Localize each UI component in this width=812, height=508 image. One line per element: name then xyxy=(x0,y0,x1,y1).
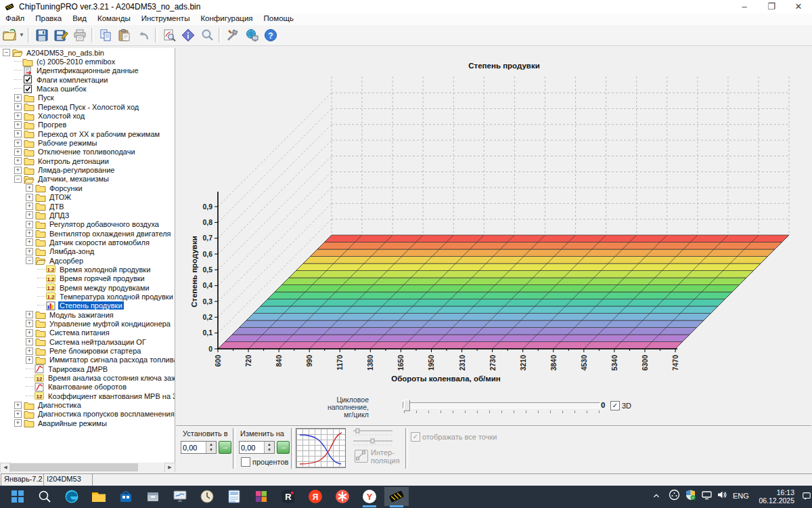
tree-item[interactable]: 1.2Время горячей продувки xyxy=(0,274,175,283)
tree-item[interactable]: Тарировка ДМРВ xyxy=(0,364,175,373)
network-button[interactable] xyxy=(243,26,261,44)
menu-item-1[interactable]: Файл xyxy=(0,14,30,23)
close-button[interactable]: ✕ xyxy=(785,0,812,14)
expand-toggle[interactable]: + xyxy=(14,157,22,165)
language-indicator[interactable]: ENG xyxy=(733,492,749,500)
expand-toggle[interactable]: + xyxy=(14,94,22,102)
tree-item[interactable]: 12Коэффициент квантования МРВ на 32 xyxy=(0,391,175,400)
tree-item[interactable]: +Аварийные режимы xyxy=(0,419,175,427)
tree-item[interactable]: +Система питания xyxy=(0,329,175,337)
tree-item[interactable]: +Вентилятор охлаждения двигателя xyxy=(0,229,175,238)
tree-item[interactable]: +Датчик скорости автомобиля xyxy=(0,238,175,247)
expand-toggle[interactable]: + xyxy=(14,402,22,409)
tree-item[interactable]: +Отключение топливоподачи xyxy=(0,148,175,156)
cycle-fill-slider[interactable] xyxy=(403,402,600,408)
tray-user-icon[interactable] xyxy=(669,489,680,502)
spin-arrows-icon[interactable]: ▲▼ xyxy=(264,442,274,453)
tree-horizontal-scrollbar[interactable]: ◀ ▶ xyxy=(0,463,175,472)
menu-item-6[interactable]: Конфигурация xyxy=(195,14,258,23)
undo-button[interactable] xyxy=(135,26,152,44)
tree-item[interactable]: Идентификационные данные xyxy=(0,66,175,75)
app-box-icon[interactable] xyxy=(141,487,165,506)
tree-item[interactable]: +Контроль детонации xyxy=(0,156,175,165)
store-icon[interactable] xyxy=(114,487,138,506)
tree-item[interactable]: +Диагностика пропусков воспламенения xyxy=(0,410,175,419)
tree-item[interactable]: +Пуск xyxy=(0,93,175,102)
tree-item[interactable]: +ДТВ xyxy=(0,202,175,211)
red-asterisk-icon[interactable] xyxy=(330,487,355,506)
tree-item[interactable]: +Прогрев xyxy=(0,121,175,129)
clock-app-icon[interactable] xyxy=(195,487,219,506)
tree-item[interactable]: +Рабочие режимы xyxy=(0,138,175,147)
app-monitor-icon[interactable] xyxy=(168,487,192,506)
expand-toggle[interactable]: + xyxy=(26,184,33,192)
open-button[interactable] xyxy=(1,26,18,44)
tree-item[interactable]: +Реле блокировки стартера xyxy=(0,346,175,355)
interpolation-button[interactable] xyxy=(355,450,368,463)
tree-item[interactable]: 1.2Время холодной продувки xyxy=(0,265,175,274)
tree-item[interactable]: Степень продувки xyxy=(0,301,175,310)
tree-item[interactable]: +Иммитатор сигнала расхода топлива xyxy=(0,356,175,364)
file-explorer-icon[interactable] xyxy=(87,487,111,506)
search-taskbar-button[interactable] xyxy=(32,487,57,506)
expand-toggle[interactable]: + xyxy=(14,130,22,137)
expand-toggle[interactable]: + xyxy=(26,238,33,246)
tree-item[interactable]: Флаги комплектации xyxy=(0,75,175,84)
set-to-spinbox[interactable]: ▲▼ xyxy=(181,441,217,454)
expand-toggle[interactable]: + xyxy=(26,230,33,237)
expand-toggle[interactable]: + xyxy=(26,248,33,255)
edge-icon[interactable] xyxy=(60,487,84,506)
tree-item[interactable]: +Система нейтрализации ОГ xyxy=(0,337,175,346)
tree-item[interactable]: 1.2Время между продувками xyxy=(0,283,175,292)
percent-checkbox[interactable] xyxy=(241,457,250,467)
expand-toggle[interactable]: + xyxy=(26,221,33,228)
expand-toggle[interactable]: + xyxy=(26,338,33,345)
start-button[interactable] xyxy=(5,487,30,506)
show-all-points-checkbox[interactable]: ✓ xyxy=(411,432,420,442)
menu-item-4[interactable]: Команды xyxy=(92,14,136,23)
notification-center-icon[interactable] xyxy=(802,491,811,502)
tree-item[interactable]: +Лямда-регулирование xyxy=(0,165,175,174)
3d-checkbox[interactable]: ✓ xyxy=(610,401,620,410)
yandex-icon[interactable]: Я xyxy=(303,487,328,506)
tray-chevron-icon[interactable] xyxy=(652,491,661,502)
menu-item-7[interactable]: Помощь xyxy=(258,14,299,23)
expand-toggle[interactable]: + xyxy=(26,320,33,327)
network-tray-icon[interactable] xyxy=(701,489,713,502)
tree-item[interactable]: −Датчики, механизмы xyxy=(0,175,175,184)
security-shield-icon[interactable] xyxy=(685,489,696,502)
search-button[interactable] xyxy=(198,26,216,44)
properties-button[interactable] xyxy=(179,26,197,44)
scrollbar-thumb[interactable] xyxy=(9,463,138,471)
expand-toggle[interactable]: + xyxy=(14,167,22,174)
tree-item[interactable]: +Лямбда-зонд xyxy=(0,247,175,256)
expand-toggle[interactable]: + xyxy=(26,311,33,318)
expand-toggle[interactable]: + xyxy=(14,140,22,147)
set-to-input[interactable] xyxy=(181,442,206,453)
tree-item[interactable]: −Адсорбер xyxy=(0,256,175,265)
expand-toggle[interactable]: + xyxy=(14,148,22,156)
expand-toggle[interactable]: + xyxy=(26,356,33,364)
tree-item[interactable]: +ДПДЗ xyxy=(0,211,175,219)
spin-arrows-icon[interactable]: ▲▼ xyxy=(206,442,216,453)
expand-toggle[interactable]: + xyxy=(26,211,33,219)
tree-item[interactable]: +Управление муфтой кондиционера xyxy=(0,319,175,328)
save-as-button[interactable] xyxy=(52,26,70,44)
tree-item[interactable]: Квантование оборотов xyxy=(0,383,175,391)
change-by-input[interactable] xyxy=(240,442,264,453)
preview-button[interactable] xyxy=(160,26,178,44)
expand-toggle[interactable]: + xyxy=(26,347,33,355)
tools-button[interactable] xyxy=(224,26,242,44)
chiptuning-app-icon[interactable] xyxy=(384,487,409,506)
menu-item-5[interactable]: Инструменты xyxy=(136,14,196,23)
expand-toggle[interactable]: + xyxy=(14,410,22,418)
expand-toggle[interactable]: − xyxy=(3,49,10,56)
volume-icon[interactable] xyxy=(716,489,727,502)
app-document-icon[interactable] xyxy=(222,487,246,506)
open-dropdown-arrow[interactable]: ▼ xyxy=(19,26,26,44)
expand-toggle[interactable]: + xyxy=(14,112,22,120)
tree-item[interactable]: (c) 2005-2010 emmibox xyxy=(0,57,175,66)
minimize-button[interactable]: – xyxy=(731,0,758,14)
tree-item[interactable]: Маска ошибок xyxy=(0,84,175,93)
clock[interactable]: 16:13 06.12.2025 xyxy=(750,488,794,505)
